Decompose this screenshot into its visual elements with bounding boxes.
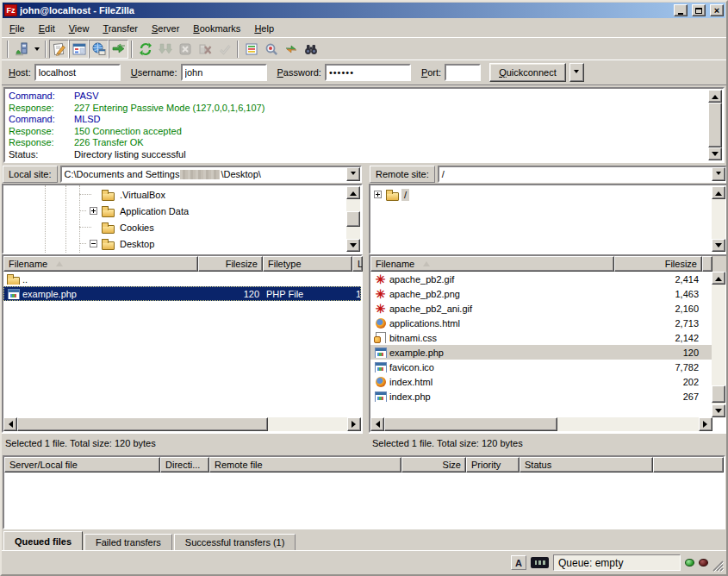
username-input[interactable] [181,64,267,81]
site-manager-button[interactable] [11,40,31,59]
expand-icon[interactable] [374,191,382,198]
expand-icon[interactable] [90,207,97,215]
scroll-down-button[interactable] [346,239,360,252]
scroll-down-button[interactable] [708,147,722,160]
menu-file[interactable]: File [3,21,32,36]
local-horizontal-scrollbar[interactable] [3,417,361,431]
menu-server[interactable]: Server [145,21,186,36]
scroll-left-button[interactable] [3,417,17,431]
datatype-indicator-icon[interactable]: A [511,555,526,570]
filter-button[interactable] [241,40,261,59]
toggle-local-tree-button[interactable] [69,40,89,59]
column-header-filename[interactable]: Filename [370,256,614,272]
scroll-up-button[interactable] [712,186,725,199]
scroll-up-button[interactable] [346,186,360,199]
tree-item-desktop[interactable]: Desktop [3,235,345,252]
pane-splitter[interactable] [363,165,369,452]
menu-transfer[interactable]: Transfer [96,21,145,36]
local-list-rows[interactable]: .. example.php 120 PHP File 1 [3,272,361,417]
disconnect-button[interactable] [195,40,215,59]
host-input[interactable] [34,64,121,81]
process-queue-button[interactable] [155,40,175,59]
speed-limit-indicator-icon[interactable] [531,557,549,568]
quickconnect-dropdown[interactable] [569,63,584,82]
tab-successful-transfers[interactable]: Successful transfers (1) [174,534,296,550]
find-files-button[interactable] [301,40,320,59]
column-header-server-local-file[interactable]: Server/Local file [4,457,160,473]
file-row[interactable]: index.html 202 [370,374,712,389]
scroll-thumb[interactable] [712,385,725,403]
menu-view[interactable]: View [62,21,96,36]
column-header-filesize[interactable]: Filesize [614,256,702,272]
scroll-thumb[interactable] [384,417,557,431]
menu-bookmarks[interactable]: Bookmarks [186,21,247,36]
remote-list-rows[interactable]: apache_pb2.gif 2,414 apache_pb2.png 1,46… [370,272,726,417]
file-row-example-php[interactable]: example.php 120 PHP File 1 [3,286,361,301]
site-manager-dropdown[interactable] [31,40,42,59]
remote-site-dropdown[interactable] [712,167,725,181]
tree-item-application-data[interactable]: Application Data [3,203,345,219]
file-row-parent-dir[interactable]: .. [3,272,361,286]
file-row[interactable]: applications.html 2,713 [370,316,712,330]
scroll-thumb[interactable] [17,417,268,431]
password-input[interactable] [325,64,411,81]
collapse-icon[interactable] [90,240,97,247]
remote-list-scrollbar[interactable] [712,272,725,417]
tree-item-cookies[interactable]: Cookies [3,219,345,235]
file-row[interactable]: apache_pb2.gif 2,414 [370,272,712,286]
local-site-dropdown[interactable] [346,167,360,181]
file-row-example-php[interactable]: example.php 120 [370,345,712,360]
log-scrollbar[interactable] [708,90,722,160]
tree-item-root[interactable]: / [370,186,711,203]
column-header-direction[interactable]: Directi... [160,457,209,473]
quickconnect-button[interactable]: Quickconnect [489,63,566,82]
column-header-priority[interactable]: Priority [466,457,520,473]
remote-tree-scrollbar[interactable] [712,186,725,252]
cancel-operation-button[interactable] [175,40,195,59]
titlebar[interactable]: Fz john@localhost - FileZilla × [3,3,725,18]
directory-comparison-button[interactable] [261,40,281,59]
scroll-down-button[interactable] [712,404,725,417]
local-site-combobox[interactable]: C:\Documents and Settings\Desktop\ [60,166,362,183]
column-header-size[interactable]: Size [401,457,466,473]
toggle-remote-tree-button[interactable] [89,40,109,59]
tab-queued-files[interactable]: Queued files [3,531,83,550]
column-header-filetype[interactable]: Filetype [263,256,352,272]
close-button[interactable]: × [710,4,724,16]
file-row[interactable]: apache_pb2_ani.gif 2,160 [370,301,712,316]
reconnect-button[interactable] [215,40,234,59]
port-input[interactable] [445,64,481,81]
resize-grip[interactable] [712,560,724,572]
file-row[interactable]: index.php 267 [370,389,712,404]
column-header-remote-file[interactable]: Remote file [209,457,401,473]
remote-directory-tree[interactable]: / [369,184,728,254]
toggle-message-log-button[interactable] [49,40,69,59]
scroll-thumb[interactable] [708,103,722,147]
column-header-status[interactable]: Status [520,457,653,473]
scroll-up-button[interactable] [708,90,722,103]
synchronized-browsing-button[interactable] [281,40,301,59]
scroll-thumb[interactable] [346,211,360,227]
message-log[interactable]: Command:PASV Response:227 Entering Passi… [3,87,725,163]
column-header-last-modified[interactable]: L [352,256,363,272]
remote-site-combobox[interactable]: / [438,166,727,183]
remote-horizontal-scrollbar[interactable] [370,417,712,431]
tab-failed-transfers[interactable]: Failed transfers [84,534,172,550]
file-row[interactable]: bitnami.css 2,142 [370,330,712,345]
scroll-right-button[interactable] [347,417,361,431]
scroll-down-button[interactable] [712,239,725,252]
minimize-button[interactable] [674,4,688,16]
column-header-filename[interactable]: Filename [3,256,198,272]
refresh-button[interactable] [135,40,155,59]
column-header-filesize[interactable]: Filesize [198,256,263,272]
toggle-transfer-queue-button[interactable] [109,40,128,59]
maximize-button[interactable] [692,4,706,16]
local-tree-scrollbar[interactable] [346,186,360,252]
tree-item-virtualbox[interactable]: .VirtualBox [3,186,345,203]
scroll-right-button[interactable] [699,417,712,431]
local-directory-tree[interactable]: .VirtualBox Application Data Cookies [2,184,363,254]
menu-edit[interactable]: Edit [32,21,62,36]
queue-empty-area[interactable] [4,473,724,528]
file-row[interactable]: favicon.ico 7,782 [370,360,712,374]
scroll-left-button[interactable] [370,417,384,431]
